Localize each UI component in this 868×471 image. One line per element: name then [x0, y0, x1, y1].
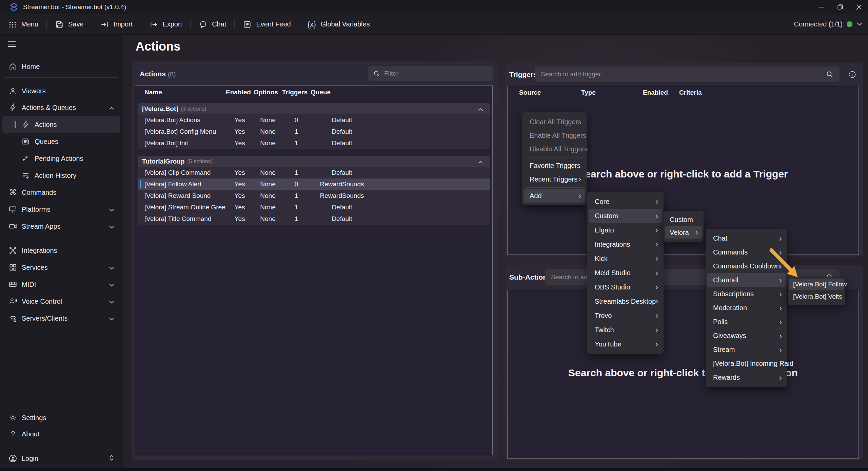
- sidebar-item-pending-actions[interactable]: Pending Actions: [0, 150, 123, 167]
- menu-separator: [526, 187, 583, 188]
- viewers-icon: [8, 87, 17, 95]
- save-button[interactable]: Save: [47, 14, 92, 35]
- action-row[interactable]: [Velora] Clip Command Yes None 1 Default: [138, 167, 490, 178]
- chevron-up-icon[interactable]: [478, 107, 483, 113]
- close-button[interactable]: [849, 0, 868, 14]
- action-group-header[interactable]: [Velora.Bot] (3 actions): [138, 103, 490, 114]
- chevron-right-icon: ›: [655, 226, 658, 234]
- sidebar-item-servers-clients[interactable]: Servers/Clients: [0, 310, 123, 327]
- sidebar-item-commands[interactable]: ⌘ Commands: [0, 184, 123, 201]
- menu-item-trovo[interactable]: Trovo›: [589, 308, 662, 323]
- triggers-search-input[interactable]: [541, 71, 826, 78]
- chevron-right-icon: ›: [655, 269, 658, 277]
- global-variables-button[interactable]: {x} Global Variables: [299, 14, 378, 35]
- triggers-table-header: Source Type Enabled Criteria: [508, 86, 859, 99]
- chevron-right-icon: ›: [655, 326, 658, 334]
- restore-button[interactable]: [831, 0, 849, 14]
- menu-item-disable-all-triggers[interactable]: Disable All Triggers: [524, 142, 585, 156]
- sidebar-item-stream-apps[interactable]: Stream Apps: [0, 218, 123, 235]
- sidebar-item-actions-queues[interactable]: Actions & Queues: [0, 99, 123, 116]
- sidebar-item-midi[interactable]: MIDI: [0, 276, 123, 293]
- sidebar-item-action-history[interactable]: Action History: [0, 167, 123, 184]
- action-row[interactable]: [Velora] Stream Online Greetin Yes None …: [138, 202, 490, 213]
- sidebar-item-integrations[interactable]: Integrations: [0, 242, 123, 259]
- sidebar-item-viewers[interactable]: Viewers: [0, 82, 123, 99]
- menu-item-kick[interactable]: Kick›: [589, 251, 662, 266]
- sidebar-item-services[interactable]: Services: [0, 259, 123, 276]
- sidebar-item-queues[interactable]: Queues: [0, 133, 123, 150]
- window-title: Streamer.bot - Streamer.bot (v1.0.4): [23, 3, 126, 11]
- menu-item-add[interactable]: Add›: [524, 189, 585, 203]
- menu-item-twitch[interactable]: Twitch›: [589, 323, 662, 337]
- action-row-selected[interactable]: [Velora] Follow Alert Yes None 0 RewardS…: [138, 178, 490, 190]
- action-row[interactable]: [Velora] Title Command Yes None 1 Defaul…: [138, 213, 490, 225]
- actions-table: Name Enabled Options Triggers Queue [Vel…: [135, 86, 493, 455]
- add-trigger-submenu: Core› Custom› Elgato› Integrations› Kick…: [587, 192, 664, 354]
- sidebar-item-about[interactable]: ? About: [0, 426, 123, 442]
- chevron-right-icon: ›: [779, 374, 782, 382]
- export-button[interactable]: Export: [141, 14, 190, 35]
- menu-item-stream[interactable]: Stream›: [707, 343, 786, 357]
- chevron-up-icon[interactable]: [478, 159, 483, 165]
- menu-grid-icon: [8, 20, 17, 29]
- menu-item-custom[interactable]: Custom›: [589, 209, 662, 223]
- toolbar: Menu Save Import Export: [0, 14, 868, 35]
- connection-chevron-down-icon[interactable]: [856, 21, 863, 27]
- menu-item-meld-studio[interactable]: Meld Studio›: [589, 266, 662, 280]
- sidebar-item-voice-control[interactable]: Voice Control: [0, 293, 123, 310]
- sidebar-collapse-button[interactable]: [6, 39, 18, 50]
- menu-item-obs-studio[interactable]: OBS Studio›: [589, 280, 662, 294]
- menu-button[interactable]: Menu: [0, 14, 46, 35]
- menu-item-clear-all-triggers[interactable]: Clear All Triggers: [524, 115, 585, 129]
- app-window: Streamer.bot - Streamer.bot (v1.0.4): [0, 0, 868, 471]
- actions-panel-label: Actions(8): [140, 70, 176, 78]
- question-icon: ?: [8, 430, 17, 438]
- selected-indicator: [15, 121, 16, 128]
- menu-item-youtube[interactable]: YouTube›: [589, 337, 662, 351]
- chevron-right-icon: ›: [655, 212, 658, 220]
- menu-item-chat[interactable]: Chat›: [707, 231, 786, 245]
- sidebar-item-home[interactable]: Home: [0, 58, 123, 75]
- sidebar-item-platforms[interactable]: Platforms: [0, 201, 123, 218]
- chevron-right-icon: ›: [655, 197, 658, 206]
- menu-item-integrations[interactable]: Integrations›: [589, 237, 662, 251]
- action-group-header[interactable]: TutorialGroup (5 actions): [138, 156, 490, 167]
- subactions-empty-text: Search above or right-click to add a Sub…: [508, 367, 859, 379]
- minimize-icon: [818, 4, 825, 11]
- sidebar-item-login[interactable]: Login: [0, 450, 123, 467]
- menu-item-subscriptions[interactable]: Subscriptions›: [707, 287, 786, 301]
- action-row[interactable]: [Velora.Bot] Init Yes None 1 Default: [138, 137, 490, 149]
- menu-item-rewards[interactable]: Rewards›: [707, 371, 786, 384]
- menu-item-custom-custom[interactable]: Custom: [665, 213, 702, 226]
- menu-item-velora[interactable]: Velora›: [665, 226, 702, 239]
- chat-bubble-icon: [199, 20, 208, 29]
- sidebar-item-actions[interactable]: Actions: [0, 116, 123, 133]
- menu-item-giveaways[interactable]: Giveaways›: [707, 329, 786, 343]
- action-row[interactable]: [Velora.Bot] Config Menu Yes None 1 Defa…: [138, 126, 490, 137]
- chat-button[interactable]: Chat: [191, 14, 234, 35]
- event-feed-button[interactable]: Event Feed: [235, 14, 299, 35]
- import-button[interactable]: Import: [92, 14, 141, 35]
- info-icon[interactable]: [848, 71, 856, 80]
- menu-item-recent-triggers[interactable]: Recent Triggers›: [524, 172, 585, 186]
- menu-item-elgato[interactable]: Elgato›: [589, 223, 662, 237]
- menu-item-core[interactable]: Core›: [589, 194, 662, 209]
- menu-item-moderation[interactable]: Moderation›: [707, 301, 786, 315]
- actions-filter-input[interactable]: [384, 70, 487, 77]
- menu-item-incoming-raid[interactable]: [Velora.Bot] Incoming Raid: [707, 357, 786, 371]
- chevron-right-icon: ›: [655, 283, 658, 291]
- chevron-right-icon: ›: [779, 290, 782, 298]
- action-row[interactable]: [Velora] Reward Sound Yes None 1 RewardS…: [138, 190, 490, 202]
- menu-item-polls[interactable]: Polls›: [707, 315, 786, 329]
- minimize-button[interactable]: [812, 0, 831, 14]
- chevron-right-icon: ›: [655, 312, 658, 320]
- sidebar-item-settings[interactable]: Settings: [0, 409, 123, 426]
- menu-item-streamlabs-desktop[interactable]: Streamlabs Desktop›: [589, 294, 662, 308]
- menu-item-favorite-triggers[interactable]: Favorite Triggers: [524, 159, 585, 172]
- menu-item-enable-all-triggers[interactable]: Enable All Triggers: [524, 129, 585, 142]
- select-updown-icon: [109, 454, 114, 463]
- menu-item-velorabot-volts[interactable]: [Velora.Bot] Volts: [789, 291, 844, 302]
- action-row[interactable]: [Velora.Bot] Actions Yes None 0 Default: [138, 114, 490, 126]
- chevron-right-icon: ›: [779, 234, 782, 243]
- chevron-right-icon: ›: [578, 175, 581, 183]
